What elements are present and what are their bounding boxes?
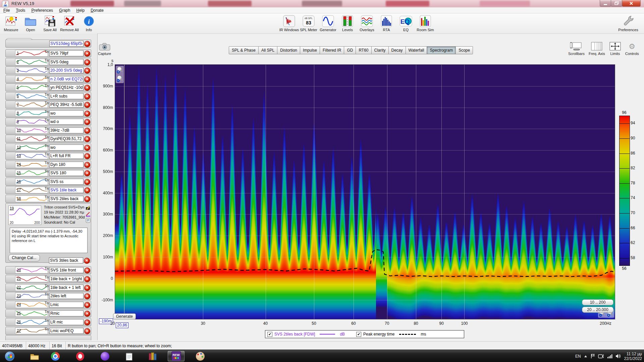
measurement-name-input[interactable] bbox=[49, 267, 84, 273]
measurement-row[interactable]: 27Tri✕ bbox=[5, 327, 91, 335]
delete-measurement-button[interactable]: ✕ bbox=[84, 187, 90, 193]
delete-measurement-button[interactable]: ✕ bbox=[84, 162, 90, 168]
measurement-row[interactable]: 20Tri✕ bbox=[5, 266, 91, 274]
measurement-name-input[interactable] bbox=[49, 179, 84, 185]
measurement-row[interactable]: 17Tri✕ bbox=[5, 186, 91, 194]
measurement-row[interactable]: 13Tri✕ bbox=[5, 152, 91, 160]
tool-open[interactable]: Open bbox=[21, 15, 40, 32]
measurement-name-input[interactable] bbox=[49, 84, 84, 90]
freq-range-10-200-button[interactable]: 10 .. 200 bbox=[582, 299, 613, 305]
tab-all-spl[interactable]: All SPL bbox=[259, 46, 277, 54]
delete-measurement-button[interactable]: ✕ bbox=[84, 285, 90, 291]
delete-measurement-button[interactable]: ✕ bbox=[84, 59, 90, 65]
delete-measurement-button[interactable]: ✕ bbox=[84, 128, 90, 134]
graph-button-freq-axis[interactable]: Freq. Axis bbox=[589, 42, 605, 56]
measurement-name-input[interactable] bbox=[49, 41, 84, 47]
spectrogram-plot[interactable]: + − − + 10 .. 200 20 .. 20.000 Generate bbox=[115, 65, 615, 319]
delete-measurement-button[interactable]: ✕ bbox=[84, 76, 90, 82]
measurement-name-input[interactable] bbox=[49, 293, 84, 299]
minimize-button[interactable] bbox=[600, 0, 611, 7]
delete-measurement-button[interactable]: ✕ bbox=[84, 267, 90, 274]
measurement-row[interactable]: 1Tri✕ bbox=[5, 49, 91, 57]
delete-measurement-button[interactable]: ✕ bbox=[84, 68, 90, 74]
menu-file[interactable]: File bbox=[3, 8, 10, 13]
measurement-name-input[interactable] bbox=[49, 59, 84, 65]
measurement-row[interactable]: ✕ bbox=[5, 40, 91, 48]
tab-clarity[interactable]: Clarity bbox=[372, 46, 389, 54]
close-button[interactable] bbox=[622, 0, 641, 7]
maximize-button[interactable] bbox=[611, 0, 622, 7]
graph-button-controls[interactable]: ⚙Controls bbox=[625, 42, 639, 56]
chrome-icon[interactable] bbox=[47, 351, 64, 361]
measurement-name-input[interactable] bbox=[49, 153, 84, 159]
edit-notes-icon[interactable] bbox=[86, 205, 91, 210]
delete-measurement-button[interactable]: ✕ bbox=[84, 276, 90, 282]
tab-decay[interactable]: Decay bbox=[389, 46, 406, 54]
tab-filtered-ir[interactable]: Filtered IR bbox=[320, 46, 344, 54]
measurement-name-input[interactable] bbox=[49, 102, 84, 108]
explorer-icon[interactable] bbox=[26, 351, 43, 361]
tool-save-all[interactable]: Save All bbox=[40, 15, 60, 32]
measurement-name-input[interactable] bbox=[49, 170, 84, 176]
selected-measurement-panel[interactable]: 1920200Triton crossed SVS+Dyn19 Ιαν 2022… bbox=[5, 203, 91, 263]
tool-levels[interactable]: 0369Levels bbox=[338, 15, 357, 32]
language-indicator[interactable]: EN bbox=[575, 354, 581, 359]
tab-rt60[interactable]: RT60 bbox=[356, 46, 371, 54]
measurement-row[interactable]: 6Tri✕ bbox=[5, 92, 91, 100]
tab-gd[interactable]: GD bbox=[344, 46, 356, 54]
tool-generator[interactable]: Generator bbox=[318, 15, 338, 32]
measurement-row[interactable]: 2Tri✕ bbox=[5, 58, 91, 66]
measurement-row[interactable]: 12Tri✕ bbox=[5, 143, 91, 152]
measurement-name-input[interactable] bbox=[49, 302, 84, 308]
delete-measurement-button[interactable]: ✕ bbox=[84, 319, 90, 325]
measurement-name-input[interactable] bbox=[49, 328, 84, 334]
winrar-icon[interactable] bbox=[144, 351, 161, 361]
show-hidden-icons-button[interactable] bbox=[584, 355, 587, 358]
freq-range-20-20000-button[interactable]: 20 .. 20.000 bbox=[582, 307, 613, 313]
measurement-row[interactable]: 18Tri✕ bbox=[5, 195, 91, 203]
tool-rta[interactable]: RTA bbox=[377, 15, 396, 32]
zoom-out-button[interactable]: − bbox=[116, 75, 123, 82]
tab-impulse[interactable]: Impulse bbox=[300, 46, 320, 54]
tool-remove-all[interactable]: Remove All bbox=[60, 15, 79, 32]
menu-preferences[interactable]: Preferences bbox=[31, 8, 53, 13]
tool-spl-meter[interactable]: dB SPL83SPL Meter bbox=[299, 15, 318, 32]
volume-icon[interactable] bbox=[615, 354, 621, 359]
delete-measurement-button[interactable]: ✕ bbox=[84, 85, 90, 91]
trace-style-icon[interactable] bbox=[86, 212, 91, 217]
delete-measurement-button[interactable]: ✕ bbox=[84, 94, 90, 100]
delete-measurement-button[interactable]: ✕ bbox=[84, 136, 90, 142]
measurement-row[interactable]: 10Tri✕ bbox=[5, 126, 91, 134]
measurement-row[interactable]: 14Tri✕ bbox=[5, 161, 91, 169]
delete-measurement-button[interactable]: ✕ bbox=[84, 311, 90, 317]
measurement-name-input[interactable] bbox=[49, 144, 84, 150]
measurement-name-input[interactable] bbox=[49, 110, 84, 116]
measurement-name-input[interactable] bbox=[49, 257, 83, 263]
menu-graph[interactable]: Graph bbox=[59, 8, 70, 13]
delete-measurement-button[interactable]: ✕ bbox=[84, 179, 90, 185]
measurement-row[interactable]: 23Tri✕ bbox=[5, 292, 91, 300]
measurement-name-input[interactable] bbox=[49, 285, 84, 291]
delete-measurement-button[interactable]: ✕ bbox=[84, 328, 90, 334]
measurement-row[interactable]: 25Tri✕ bbox=[5, 309, 91, 317]
measurement-name-input[interactable] bbox=[49, 119, 84, 125]
delete-measurement-button[interactable]: ✕ bbox=[84, 145, 90, 151]
measurement-name-input[interactable] bbox=[49, 319, 84, 325]
measurement-row[interactable]: 8Tri✕ bbox=[5, 109, 91, 117]
delete-measurement-button[interactable]: ✕ bbox=[84, 196, 90, 202]
tool-room-sim[interactable]: Room Sim bbox=[416, 15, 435, 32]
tab-waterfall[interactable]: Waterfall bbox=[406, 46, 427, 54]
trace-visibility-checkbox[interactable]: ✔ bbox=[267, 332, 272, 337]
measurement-row[interactable]: 9Tri✕ bbox=[5, 118, 91, 126]
delete-measurement-button[interactable]: ✕ bbox=[84, 51, 90, 57]
browser-purple-icon[interactable] bbox=[97, 351, 113, 361]
tool-info[interactable]: iInfo bbox=[79, 15, 99, 32]
measurement-name-input[interactable] bbox=[49, 162, 84, 168]
notepad-icon[interactable] bbox=[121, 351, 138, 361]
measurement-row[interactable]: 26Tri✕ bbox=[5, 318, 91, 326]
delete-measurement-button[interactable]: ✕ bbox=[84, 170, 90, 176]
measurement-name-input[interactable] bbox=[49, 187, 84, 193]
tool-eq[interactable]: EQEQ bbox=[396, 15, 416, 32]
graph-button-limits[interactable]: Limits bbox=[609, 42, 621, 56]
start-orb[interactable] bbox=[1, 351, 18, 361]
